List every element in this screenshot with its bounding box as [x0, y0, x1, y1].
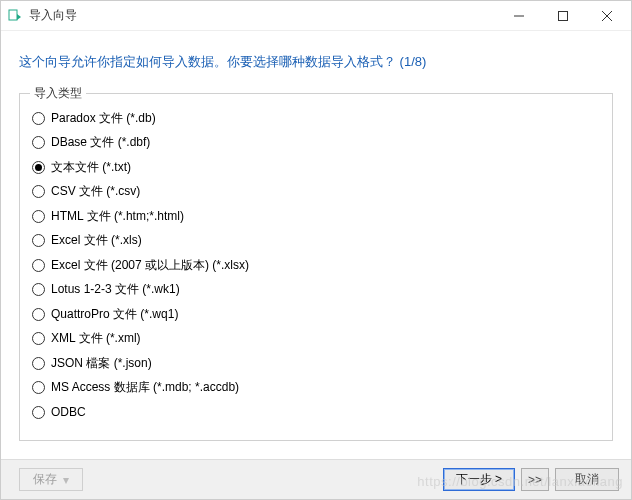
import-type-option[interactable]: Excel 文件 (2007 或以上版本) (*.xlsx): [30, 253, 602, 278]
radio-icon: [32, 259, 45, 272]
maximize-button[interactable]: [541, 2, 585, 30]
cancel-button-label: 取消: [575, 471, 599, 488]
radio-icon: [32, 112, 45, 125]
next-button[interactable]: 下一步 >: [443, 468, 515, 491]
import-type-option[interactable]: MS Access 数据库 (*.mdb; *.accdb): [30, 376, 602, 401]
app-icon: [7, 8, 23, 24]
radio-icon: [32, 381, 45, 394]
option-label: MS Access 数据库 (*.mdb; *.accdb): [51, 379, 239, 396]
radio-icon: [32, 161, 45, 174]
svg-rect-0: [9, 10, 17, 20]
radio-icon: [32, 357, 45, 370]
option-label: JSON 檔案 (*.json): [51, 355, 152, 372]
import-type-option[interactable]: CSV 文件 (*.csv): [30, 180, 602, 205]
import-type-option[interactable]: DBase 文件 (*.dbf): [30, 131, 602, 156]
import-type-fieldset: 导入类型 Paradox 文件 (*.db)DBase 文件 (*.dbf)文本…: [19, 93, 613, 441]
import-type-option[interactable]: Paradox 文件 (*.db): [30, 106, 602, 131]
import-type-option[interactable]: XML 文件 (*.xml): [30, 327, 602, 352]
radio-icon: [32, 210, 45, 223]
option-label: DBase 文件 (*.dbf): [51, 134, 150, 151]
skip-button[interactable]: >>: [521, 468, 549, 491]
option-label: ODBC: [51, 405, 86, 419]
radio-icon: [32, 332, 45, 345]
dialog-content: 这个向导允许你指定如何导入数据。你要选择哪种数据导入格式？ (1/8) 导入类型…: [1, 31, 631, 441]
radio-icon: [32, 185, 45, 198]
save-button: 保存 ▾: [19, 468, 83, 491]
option-label: Excel 文件 (2007 或以上版本) (*.xlsx): [51, 257, 249, 274]
option-label: HTML 文件 (*.htm;*.html): [51, 208, 184, 225]
option-label: Lotus 1-2-3 文件 (*.wk1): [51, 281, 180, 298]
radio-icon: [32, 406, 45, 419]
save-button-label: 保存: [33, 471, 57, 488]
option-label: XML 文件 (*.xml): [51, 330, 141, 347]
wizard-heading: 这个向导允许你指定如何导入数据。你要选择哪种数据导入格式？ (1/8): [19, 53, 613, 71]
import-type-option[interactable]: Excel 文件 (*.xls): [30, 229, 602, 254]
import-type-option[interactable]: HTML 文件 (*.htm;*.html): [30, 204, 602, 229]
import-type-option[interactable]: JSON 檔案 (*.json): [30, 351, 602, 376]
next-button-label: 下一步 >: [456, 471, 502, 488]
minimize-button[interactable]: [497, 2, 541, 30]
svg-rect-2: [559, 11, 568, 20]
option-label: CSV 文件 (*.csv): [51, 183, 140, 200]
radio-icon: [32, 136, 45, 149]
skip-button-label: >>: [528, 473, 542, 487]
option-label: Paradox 文件 (*.db): [51, 110, 156, 127]
import-type-option[interactable]: QuattroPro 文件 (*.wq1): [30, 302, 602, 327]
radio-icon: [32, 283, 45, 296]
window-controls: [497, 2, 629, 30]
import-type-option[interactable]: Lotus 1-2-3 文件 (*.wk1): [30, 278, 602, 303]
window-title: 导入向导: [29, 7, 497, 24]
dialog-footer: 保存 ▾ 下一步 > >> 取消: [1, 459, 631, 499]
option-label: QuattroPro 文件 (*.wq1): [51, 306, 178, 323]
close-button[interactable]: [585, 2, 629, 30]
radio-icon: [32, 234, 45, 247]
option-label: 文本文件 (*.txt): [51, 159, 131, 176]
dropdown-icon: ▾: [63, 473, 69, 487]
import-type-option[interactable]: 文本文件 (*.txt): [30, 155, 602, 180]
titlebar: 导入向导: [1, 1, 631, 31]
cancel-button[interactable]: 取消: [555, 468, 619, 491]
option-label: Excel 文件 (*.xls): [51, 232, 142, 249]
import-type-option[interactable]: ODBC: [30, 400, 602, 425]
radio-icon: [32, 308, 45, 321]
fieldset-legend: 导入类型: [30, 85, 86, 102]
